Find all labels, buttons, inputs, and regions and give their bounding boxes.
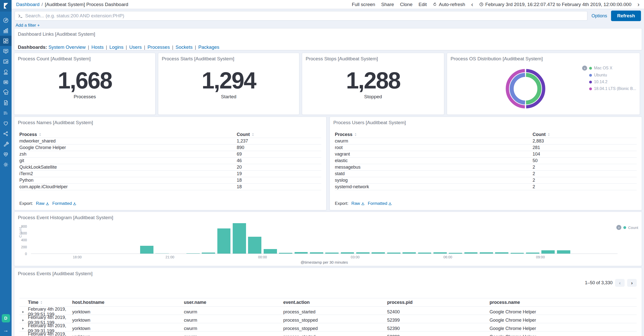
column-header-host-hostname[interactable]: host.hostname [72, 300, 184, 305]
x-axis-labels: 18:0021:0000:0003:0006:0009:00 [31, 255, 618, 260]
sidebar-item-graph[interactable] [0, 128, 12, 139]
legend-label[interactable]: Count [628, 225, 638, 230]
histogram-bar[interactable] [387, 253, 400, 254]
share-button[interactable]: Share [381, 2, 394, 7]
histogram-bar[interactable] [418, 253, 431, 254]
time-back-icon[interactable]: ‹ [471, 2, 473, 8]
sidebar-item-timelion[interactable] [0, 46, 12, 56]
dashboard-link-hosts[interactable]: Hosts [91, 44, 104, 50]
auto-refresh-button[interactable]: Auto-refresh [433, 2, 465, 7]
sidebar-item-uptime[interactable] [0, 118, 12, 128]
sidebar-item-canvas[interactable] [0, 56, 12, 67]
histogram-bar[interactable] [372, 252, 385, 254]
histogram-bar[interactable] [155, 253, 169, 254]
prev-page-button[interactable]: ‹ [615, 279, 625, 287]
event-cell-user-name: cwurm [184, 334, 283, 336]
expand-row-button[interactable] [19, 327, 28, 330]
sidebar-item-maps[interactable] [0, 67, 12, 77]
histogram-bar[interactable] [557, 250, 570, 254]
histogram-bar[interactable] [526, 253, 539, 254]
donut-slice-ubuntu[interactable] [512, 75, 525, 103]
sidebar-item-monitoring[interactable] [0, 149, 12, 159]
export-formatted-link[interactable]: Formatted [368, 201, 392, 206]
histogram-bar[interactable] [264, 249, 277, 254]
space-avatar[interactable]: D [2, 314, 10, 322]
export-raw-link[interactable]: Raw [36, 201, 49, 206]
export-formatted-link[interactable]: Formatted [52, 201, 76, 206]
donut-slice-mac-os-x[interactable] [526, 75, 539, 103]
dashboard-link-packages[interactable]: Packages [198, 44, 219, 50]
time-range-picker[interactable]: February 3rd 2019, 16:22:07.472 to Febru… [479, 2, 631, 7]
dashboard-link-sockets[interactable]: Sockets [176, 44, 193, 50]
sidebar-item-infrastructure[interactable] [0, 87, 12, 98]
column-header-process-pid[interactable]: process.pid [387, 300, 490, 305]
histogram-bar[interactable] [325, 253, 339, 254]
histogram-bar[interactable] [495, 252, 508, 254]
full-screen-button[interactable]: Full screen [352, 2, 375, 7]
histogram-bar[interactable] [480, 252, 493, 254]
histogram-bar[interactable] [341, 252, 354, 254]
sidebar-item-visualize[interactable] [0, 25, 12, 36]
legend-toggle-icon[interactable]: › [616, 225, 621, 230]
histogram-bar[interactable] [295, 252, 308, 254]
column-header-process-name[interactable]: process.name [490, 300, 637, 305]
dashboard-link-users[interactable]: Users [129, 44, 142, 50]
next-page-button[interactable]: › [627, 279, 637, 287]
histogram-bar[interactable] [248, 237, 261, 254]
sidebar-item-discover[interactable] [0, 15, 12, 25]
sidebar-item-logs[interactable] [0, 98, 12, 108]
sidebar-item-dev-tools[interactable] [0, 139, 12, 149]
search-input[interactable] [25, 13, 584, 19]
column-header-count[interactable]: Count [237, 132, 321, 137]
histogram-bar[interactable] [310, 252, 323, 254]
refresh-button[interactable]: Refresh [611, 11, 641, 21]
column-header-count[interactable]: Count [533, 132, 637, 137]
legend-item[interactable]: ›Mac OS X [582, 66, 636, 71]
column-header-user-name[interactable]: user.name [184, 300, 283, 305]
maps-icon [3, 69, 9, 75]
time-forward-icon[interactable]: › [637, 2, 639, 8]
column-header-event-action[interactable]: event.action [283, 300, 387, 305]
legend-toggle-icon[interactable]: › [582, 66, 587, 71]
column-header-process[interactable]: Process [335, 132, 533, 137]
breadcrumb-dashboard-link[interactable]: Dashboard [16, 2, 39, 7]
expand-nav-icon[interactable]: → [3, 327, 9, 333]
expand-row-button[interactable] [19, 310, 28, 314]
histogram-bar[interactable] [186, 253, 200, 254]
add-filter-link[interactable]: Add a filter + [16, 23, 40, 28]
sidebar-item-dashboard[interactable] [0, 36, 12, 46]
legend-item[interactable]: 18.04.1 LTS (Bionic B... [582, 86, 636, 91]
histogram-bar[interactable] [464, 252, 478, 254]
histogram-bar[interactable] [217, 228, 231, 254]
histogram-bar[interactable] [233, 223, 246, 254]
clone-button[interactable]: Clone [400, 2, 413, 7]
sidebar-item-machine-learning[interactable] [0, 77, 12, 87]
x-tick-label: 06:00 [443, 255, 452, 259]
histogram-bar[interactable] [140, 246, 153, 254]
histogram-bar[interactable] [541, 250, 555, 254]
histogram-bar[interactable] [356, 252, 370, 254]
expand-row-button[interactable] [19, 335, 28, 336]
export-raw-link[interactable]: Raw [351, 201, 365, 206]
edit-button[interactable]: Edit [419, 2, 427, 7]
histogram-bar[interactable] [433, 252, 447, 254]
kibana-logo[interactable] [0, 0, 12, 12]
histogram-bar[interactable] [202, 253, 215, 254]
dashboard-link-logins[interactable]: Logins [109, 44, 124, 50]
expand-row-button[interactable] [19, 319, 28, 322]
histogram-bar[interactable] [403, 252, 416, 254]
search-box[interactable] [15, 11, 587, 21]
dashboard-link-processes[interactable]: Processes [147, 44, 170, 50]
legend-item[interactable]: Ubuntu [582, 73, 636, 77]
histogram-bar[interactable] [449, 253, 462, 254]
sidebar-item-apm[interactable] [0, 108, 12, 118]
options-link[interactable]: Options [591, 13, 607, 19]
histogram-bar[interactable] [279, 253, 292, 254]
dashboard-link-system-overview[interactable]: System Overview [48, 44, 86, 50]
dashboard-links-list: System Overview|Hosts|Logins|Users|Proce… [48, 44, 219, 50]
sidebar-item-management[interactable] [0, 159, 12, 170]
legend-item[interactable]: 10.14.2 [582, 80, 636, 84]
histogram-bar[interactable] [511, 253, 524, 254]
column-header-time[interactable]: Time [28, 300, 72, 305]
column-header-process[interactable]: Process [19, 132, 237, 137]
